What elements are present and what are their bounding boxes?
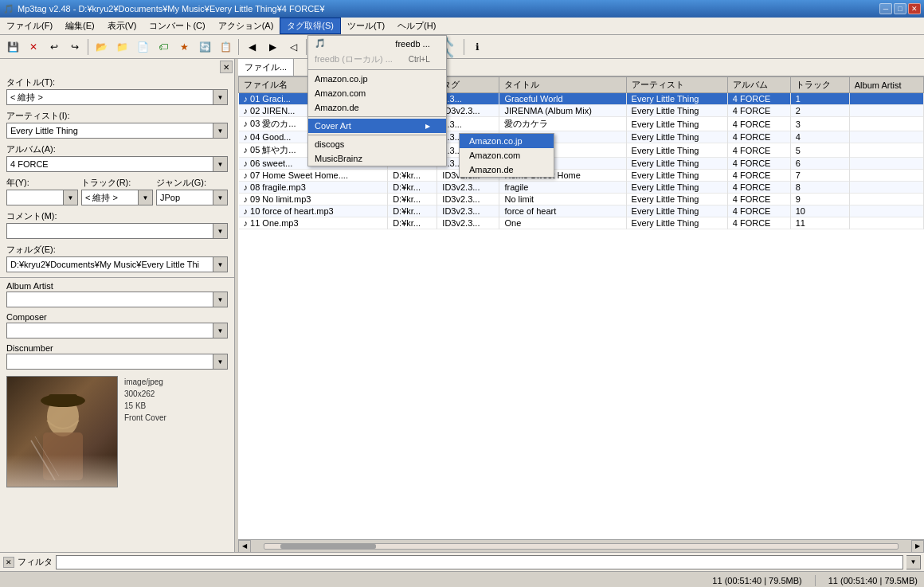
app-icon: 🎵 bbox=[3, 4, 14, 14]
menu-action[interactable]: アクション(A) bbox=[212, 18, 280, 34]
cell-artist: Every Little Thing bbox=[626, 205, 727, 217]
toolbar-add-folder[interactable]: 📁 bbox=[112, 37, 131, 57]
discnumber-input[interactable] bbox=[6, 354, 213, 370]
menu-freedb-online[interactable]: 🎵 freedb ... bbox=[308, 36, 446, 51]
album-artist-input[interactable] bbox=[6, 292, 213, 307]
scroll-thumb[interactable] bbox=[280, 544, 376, 549]
table-row[interactable]: ♪ 07 Home Sweet Home....D:¥kr...ID3v2.3.… bbox=[239, 170, 924, 182]
cell-album: 4 FORCE bbox=[727, 143, 790, 158]
menu-freedb-local[interactable]: freedb (ローカル) ... Ctrl+L bbox=[308, 51, 446, 68]
toolbar-tag-button[interactable]: 🏷 bbox=[154, 37, 173, 57]
col-track[interactable]: トラック bbox=[790, 77, 849, 93]
cell-artist: Every Little Thing bbox=[626, 143, 727, 158]
album-dropdown-button[interactable]: ▼ bbox=[213, 156, 228, 172]
menu-amazon-jp[interactable]: Amazon.co.jp bbox=[308, 72, 446, 86]
col-title[interactable]: タイトル bbox=[499, 77, 626, 93]
album-input-wrapper: ▼ bbox=[6, 156, 228, 172]
horizontal-scrollbar[interactable]: ◀ ▶ bbox=[238, 539, 924, 552]
cell-album-artist bbox=[849, 217, 923, 229]
menu-cover-art[interactable]: Cover Art ▶ bbox=[308, 119, 446, 133]
menu-amazon-com[interactable]: Amazon.com bbox=[308, 86, 446, 100]
album-artist-dropdown-button[interactable]: ▼ bbox=[213, 292, 228, 307]
menu-bar: ファイル(F) 編集(E) 表示(V) コンバート(C) アクション(A) タグ… bbox=[0, 18, 924, 35]
status-right: 11 (00:51:40 | 79.5MB) bbox=[828, 576, 918, 585]
file-list-tab[interactable]: ファイル... bbox=[238, 59, 294, 76]
track-dropdown-button[interactable]: ▼ bbox=[139, 190, 153, 205]
toolbar-undo-button[interactable]: ↩ bbox=[45, 37, 64, 57]
folder-input[interactable] bbox=[6, 256, 213, 272]
menu-musicbrainz[interactable]: MusicBrainz bbox=[308, 151, 446, 166]
track-input[interactable] bbox=[81, 190, 139, 205]
table-row[interactable]: ♪ 10 force of heart.mp3D:¥kr...ID3v2.3..… bbox=[239, 205, 924, 217]
col-album-artist[interactable]: Album Artist bbox=[849, 77, 923, 93]
submenu-amazon-de[interactable]: Amazon.de bbox=[460, 162, 554, 177]
year-input-wrapper: ▼ bbox=[6, 190, 78, 205]
toolbar-undo2-button[interactable]: ↪ bbox=[65, 37, 84, 57]
cell-album-artist bbox=[849, 105, 923, 117]
submenu-amazon-com[interactable]: Amazon.com bbox=[460, 148, 554, 162]
toolbar-save-button[interactable]: 💾 bbox=[3, 37, 22, 57]
toolbar-add-file[interactable]: 📄 bbox=[133, 37, 152, 57]
menu-file[interactable]: ファイル(F) bbox=[0, 18, 59, 34]
filter-close-button[interactable]: ✕ bbox=[3, 557, 14, 568]
scroll-track[interactable] bbox=[264, 543, 899, 550]
comment-input[interactable] bbox=[6, 223, 213, 239]
filter-input[interactable] bbox=[56, 555, 903, 569]
toolbar-info-button[interactable]: ℹ bbox=[468, 37, 487, 57]
maximize-button[interactable]: □ bbox=[894, 3, 906, 14]
artist-dropdown-button[interactable]: ▼ bbox=[213, 123, 228, 139]
close-button[interactable]: ✕ bbox=[908, 3, 921, 14]
submenu-amazon-co-jp[interactable]: Amazon.co.jp bbox=[460, 134, 554, 148]
toolbar-refresh-button[interactable]: 🔄 bbox=[195, 37, 214, 57]
scroll-right-button[interactable]: ▶ bbox=[911, 540, 924, 553]
menu-edit[interactable]: 編集(E) bbox=[59, 18, 101, 34]
toolbar-delete-button[interactable]: ✕ bbox=[24, 37, 43, 57]
album-art-image bbox=[7, 377, 117, 487]
discnumber-dropdown-button[interactable]: ▼ bbox=[213, 354, 228, 370]
title-input[interactable] bbox=[6, 89, 213, 105]
toolbar-prev-button[interactable]: ◀ bbox=[242, 37, 261, 57]
tagtake-dropdown-menu: 🎵 freedb ... freedb (ローカル) ... Ctrl+L Am… bbox=[307, 35, 447, 166]
menu-convert[interactable]: コンバート(C) bbox=[143, 18, 211, 34]
artist-input[interactable] bbox=[6, 123, 213, 139]
comment-dropdown-button[interactable]: ▼ bbox=[213, 223, 228, 239]
toolbar-copy-button[interactable]: 📋 bbox=[216, 37, 235, 57]
toolbar-next-button[interactable]: ▶ bbox=[263, 37, 282, 57]
cell-album-artist bbox=[849, 205, 923, 217]
toolbar-star-button[interactable]: ★ bbox=[174, 37, 194, 57]
genre-input[interactable] bbox=[156, 190, 213, 205]
menu-amazon-de[interactable]: Amazon.de bbox=[308, 100, 446, 115]
cell-track: 4 bbox=[790, 131, 849, 143]
minimize-button[interactable]: ─ bbox=[879, 3, 892, 14]
year-dropdown-button[interactable]: ▼ bbox=[64, 190, 78, 205]
menu-discogs[interactable]: discogs bbox=[308, 137, 446, 151]
table-row[interactable]: ♪ 08 fragile.mp3D:¥kr...ID3v2.3...fragil… bbox=[239, 182, 924, 194]
table-row[interactable]: ♪ 11 One.mp3D:¥kr...ID3v2.3...OneEvery L… bbox=[239, 217, 924, 229]
menu-tagtake[interactable]: タグ取得(S) bbox=[280, 18, 341, 34]
col-album[interactable]: アルバム bbox=[727, 77, 790, 93]
artist-input-wrapper: ▼ bbox=[6, 123, 228, 139]
close-left-panel-button[interactable]: ✕ bbox=[220, 61, 233, 73]
divider-1 bbox=[0, 277, 234, 278]
table-row[interactable]: ♪ 09 No limit.mp3D:¥kr...ID3v2.3...No li… bbox=[239, 194, 924, 205]
track-label: トラック(R): bbox=[81, 177, 153, 189]
menu-view[interactable]: 表示(V) bbox=[101, 18, 143, 34]
toolbar-prev2-button[interactable]: ◁ bbox=[284, 37, 303, 57]
composer-input[interactable] bbox=[6, 323, 213, 339]
cell-album: 4 FORCE bbox=[727, 105, 790, 117]
filter-dropdown-button[interactable]: ▼ bbox=[906, 555, 921, 569]
composer-dropdown-button[interactable]: ▼ bbox=[213, 323, 228, 339]
scroll-left-button[interactable]: ◀ bbox=[238, 540, 251, 553]
genre-dropdown-button[interactable]: ▼ bbox=[213, 190, 228, 205]
menu-tool[interactable]: ツール(T) bbox=[341, 18, 391, 34]
comment-input-wrapper: ▼ bbox=[6, 223, 228, 239]
col-artist[interactable]: アーティスト bbox=[626, 77, 727, 93]
title-dropdown-button[interactable]: ▼ bbox=[213, 89, 228, 105]
year-input[interactable] bbox=[6, 190, 64, 205]
toolbar-open-folder[interactable]: 📂 bbox=[92, 37, 111, 57]
folder-dropdown-button[interactable]: ▼ bbox=[213, 256, 228, 272]
album-art-container[interactable] bbox=[6, 376, 118, 487]
menu-help[interactable]: ヘルプ(H) bbox=[391, 18, 442, 34]
toolbar-sep3 bbox=[306, 39, 307, 55]
album-input[interactable] bbox=[6, 156, 213, 172]
